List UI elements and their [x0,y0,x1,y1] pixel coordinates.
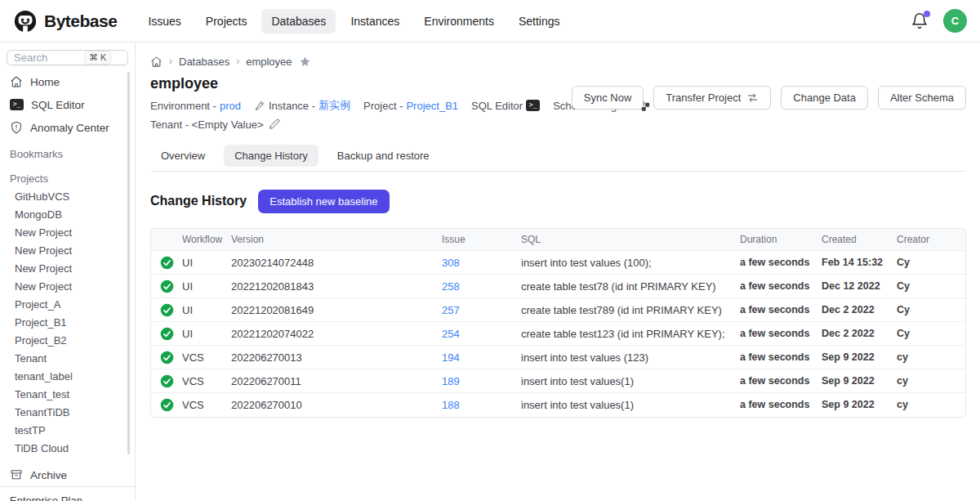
project-item[interactable]: testTP [0,422,135,440]
search-box[interactable]: ⌘ K [7,50,128,65]
sidebar: ⌘ K Home >_ SQL Editor Anomaly Center Bo… [0,42,136,501]
cell-issue-link[interactable]: 258 [442,275,521,298]
table-row[interactable]: UI 20221202081649 257 create table test7… [151,298,966,322]
change-data-button[interactable]: Change Data [781,86,868,110]
cell-creator: Cy [897,322,966,346]
home-icon[interactable] [150,56,163,68]
environment-label: Environment - [150,100,216,112]
sidebar-item-archive[interactable]: Archive [0,463,135,486]
nav-databases[interactable]: Databases [261,9,336,34]
project-item[interactable]: New Project [0,260,135,278]
success-check-icon [160,374,174,388]
nav-projects[interactable]: Projects [196,9,257,34]
column-version: Version [231,229,442,251]
project-item[interactable]: tenant_label [0,368,135,386]
project-item[interactable]: TenantTiDB [0,404,135,422]
project-item[interactable]: Tenant_test [0,386,135,404]
cell-issue-link[interactable]: 189 [442,369,521,393]
cell-workflow: UI [182,251,231,275]
project-item[interactable]: MongoDB [0,206,135,224]
table-header-row: Workflow Version Issue SQL Duration Crea… [151,229,966,251]
edit-pencil-icon[interactable] [269,119,280,130]
terminal-icon: >_ [10,99,24,110]
environment-link[interactable]: prod [220,100,241,112]
sidebar-nav: Home >_ SQL Editor Anomaly Center [0,70,135,139]
nav-environments[interactable]: Environments [414,9,504,34]
nav-instances[interactable]: Instances [341,9,409,34]
project-item[interactable]: New Project [0,278,135,296]
bookmark-star-icon[interactable] [299,56,311,68]
cell-duration: a few seconds [740,251,822,275]
shield-icon [10,121,23,134]
cell-version: 20230214072448 [231,251,442,275]
chevron-right-icon: › [169,56,172,67]
project-item[interactable]: New Project [0,242,135,260]
cell-sql: create table test123 (id int PRIMARY KEY… [521,322,740,346]
cell-created: Feb 14 15:32 [822,251,897,275]
cell-issue-link[interactable]: 254 [442,322,521,346]
project-item[interactable]: GitHubVCS [0,188,135,206]
project-item[interactable]: TiDB Cloud [0,440,135,458]
table-row[interactable]: UI 20221202081843 258 create table test7… [151,275,966,298]
cell-issue-link[interactable]: 194 [442,346,521,369]
bytebase-logo-icon [13,9,38,34]
project-item[interactable]: Project_B1 [0,314,135,332]
cell-duration: a few seconds [740,322,822,346]
sql-editor-shortcut[interactable]: SQL Editor >_ [471,100,540,112]
cell-creator: cy [897,369,966,393]
notification-dot [924,11,930,17]
home-icon [10,75,23,88]
instance-link[interactable]: 新实例 [318,98,350,113]
cell-sql: insert into test values (123) [521,346,740,369]
nav-settings[interactable]: Settings [509,9,570,34]
brand-name: Bytebase [44,11,117,31]
cell-created: Sep 9 2022 [822,393,897,417]
tab-overview[interactable]: Overview [150,145,216,167]
sidebar-item-sql-editor[interactable]: >_ SQL Editor [0,93,135,116]
cell-issue-link[interactable]: 188 [442,393,521,417]
nav-issues[interactable]: Issues [138,9,190,34]
cell-workflow: VCS [182,393,231,417]
tab-change-history[interactable]: Change History [224,145,318,167]
sidebar-scrollbar[interactable] [127,72,130,454]
sidebar-item-anomaly-center[interactable]: Anomaly Center [0,116,135,139]
bytebase-logo[interactable]: Bytebase [13,9,117,34]
sync-now-button[interactable]: Sync Now [572,86,644,110]
breadcrumb-databases[interactable]: Databases [179,56,229,68]
cell-version: 202206270011 [231,369,442,393]
table-row[interactable]: VCS 202206270013 194 insert into test va… [151,346,966,369]
column-creator: Creator [897,229,966,251]
breadcrumb-employee[interactable]: employee [246,56,292,68]
cell-issue-link[interactable]: 308 [442,251,521,275]
tab-backup-and-restore[interactable]: Backup and restore [327,145,440,167]
cell-sql: insert into test values(1) [521,369,740,393]
establish-baseline-button[interactable]: Establish new baseline [258,190,389,213]
cell-issue-link[interactable]: 257 [442,298,521,322]
cell-sql: create table test789 (id int PRIMARY KEY… [521,298,740,322]
plan-label[interactable]: Enterprise Plan [0,486,135,501]
transfer-project-label: Transfer Project [666,92,741,104]
table-row[interactable]: UI 20230214072448 308 insert into test v… [151,251,966,275]
table-row[interactable]: VCS 202206270011 189 insert into test va… [151,369,966,393]
column-created: Created [822,229,897,251]
notification-bell-icon[interactable] [911,12,929,30]
cell-duration: a few seconds [740,369,822,393]
search-input[interactable] [14,51,84,64]
sidebar-item-home[interactable]: Home [0,70,135,93]
project-link[interactable]: Project_B1 [406,100,458,112]
project-item[interactable]: New Project [0,224,135,242]
project-item[interactable]: Project_A [0,296,135,314]
table-row[interactable]: UI 20221202074022 254 create table test1… [151,322,966,346]
transfer-project-button[interactable]: Transfer Project [653,86,771,110]
success-check-icon [160,398,174,412]
project-item[interactable]: Project_B2 [0,332,135,350]
user-avatar[interactable]: C [943,9,967,33]
meta-row-2: Tenant - <Empty Value> [150,116,966,132]
alter-schema-button[interactable]: Alter Schema [878,86,966,110]
cell-workflow: UI [182,275,231,298]
project-item[interactable]: Tenant [0,350,135,368]
table-row[interactable]: VCS 202206270010 188 insert into test va… [151,393,966,417]
tab-bar: Overview Change History Backup and resto… [150,141,966,172]
sql-editor-label: SQL Editor [471,100,523,112]
terminal-icon: >_ [526,100,540,111]
